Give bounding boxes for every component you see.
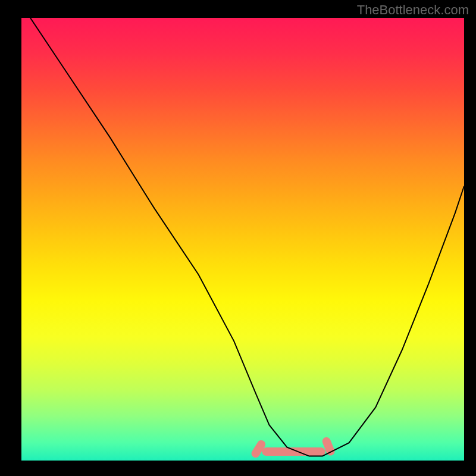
chart-svg xyxy=(21,18,464,461)
curve-path-group xyxy=(30,18,464,456)
curve-path xyxy=(30,18,464,456)
watermark-text: TheBottleneck.com xyxy=(357,2,469,18)
plot-area xyxy=(21,18,464,461)
flat-segment-bar xyxy=(262,447,325,456)
chart-container: TheBottleneck.com xyxy=(0,0,476,476)
